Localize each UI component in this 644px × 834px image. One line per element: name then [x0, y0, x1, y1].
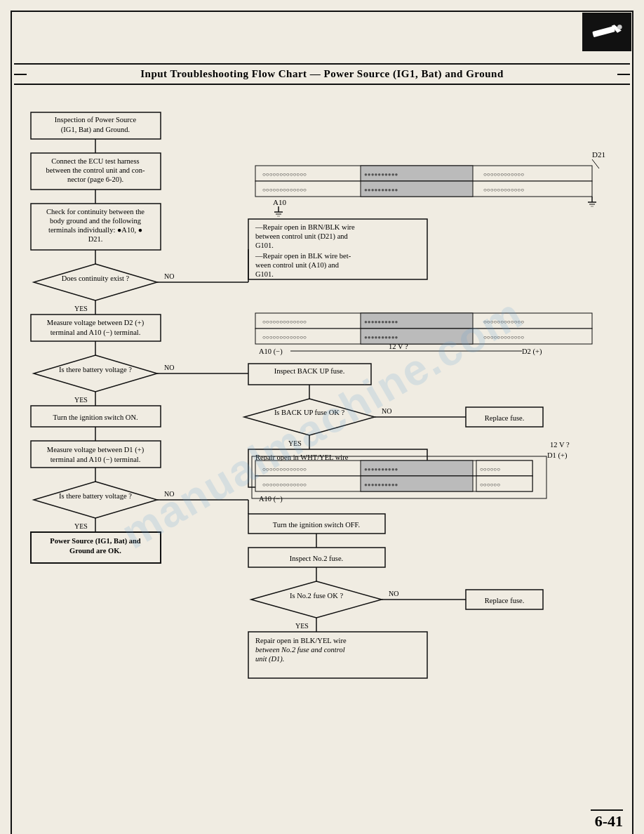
svg-text:Repair open in BLK/YEL wire: Repair open in BLK/YEL wire	[255, 637, 347, 644]
svg-text:(IG1, Bat) and Ground.: (IG1, Bat) and Ground.	[61, 126, 130, 134]
svg-text:YES: YES	[74, 522, 88, 530]
svg-marker-28	[34, 355, 157, 392]
svg-text:Replace fuse.: Replace fuse.	[485, 597, 525, 604]
svg-text:Measure voltage between D2 (+): Measure voltage between D2 (+)	[47, 319, 145, 327]
svg-text:body ground and the following: body ground and the following	[50, 217, 142, 225]
svg-text:○○○○○○○○○○○○: ○○○○○○○○○○○○	[483, 334, 524, 340]
svg-text:○○○○○○○○○○○○○: ○○○○○○○○○○○○○	[262, 187, 307, 193]
main-title: Input Troubleshooting Flow Chart — Power…	[14, 63, 630, 85]
svg-marker-18	[34, 264, 157, 300]
svg-text:NO: NO	[389, 590, 398, 597]
svg-text:●●●●●●●●●●: ●●●●●●●●●●	[364, 171, 398, 178]
svg-text:D21: D21	[592, 150, 605, 159]
svg-text:○○○○○○○○○○○○○: ○○○○○○○○○○○○○	[262, 319, 307, 325]
svg-text:between the control unit and c: between the control unit and con-	[46, 166, 145, 174]
svg-marker-133	[251, 581, 382, 618]
svg-text:○○○○○○○○○○○○: ○○○○○○○○○○○○	[483, 319, 524, 325]
svg-text:Ground are OK.: Ground are OK.	[69, 547, 121, 555]
svg-text:terminal and A10 (−) terminal.: terminal and A10 (−) terminal.	[51, 456, 141, 464]
svg-text:●●●●●●●●●●: ●●●●●●●●●●	[364, 319, 398, 325]
svg-text:Measure voltage between D1 (+): Measure voltage between D1 (+)	[47, 446, 145, 454]
svg-text:G101.: G101.	[255, 241, 274, 249]
svg-text:Replace fuse.: Replace fuse.	[485, 414, 525, 422]
connector-d1: ○○○○○○○○○○○○○ ●●●●●●●●●● ○○○○○○ ○○○○○○○○…	[255, 461, 532, 491]
svg-text:Is there battery voltage ?: Is there battery voltage ?	[59, 492, 132, 500]
svg-text:NO: NO	[164, 490, 174, 498]
svg-text:12 V ?: 12 V ?	[389, 343, 408, 350]
svg-text:Is BACK UP fuse OK ?: Is BACK UP fuse OK ?	[274, 409, 345, 416]
svg-marker-41	[34, 482, 157, 518]
page-number: 6-41	[591, 809, 623, 830]
svg-text:terminals individually: ●A10, : terminals individually: ●A10, ●	[48, 226, 142, 234]
svg-text:nector (page 6-20).: nector (page 6-20).	[67, 176, 123, 184]
svg-text:12 V ?: 12 V ?	[550, 441, 570, 449]
svg-text:A10 (−): A10 (−)	[259, 495, 283, 503]
svg-text:D21.: D21.	[88, 235, 103, 243]
svg-text:D2 (+): D2 (+)	[522, 348, 542, 356]
svg-text:○○○○○○○○○○○○○: ○○○○○○○○○○○○○	[262, 171, 307, 178]
svg-line-51	[592, 159, 599, 168]
svg-text:●●●●●●●●●●: ●●●●●●●●●●	[364, 482, 398, 488]
svg-text:YES: YES	[288, 439, 302, 447]
svg-text:unit (D1).: unit (D1).	[255, 655, 284, 663]
svg-text:●●●●●●●●●●: ●●●●●●●●●●	[364, 466, 398, 472]
svg-rect-37	[31, 441, 161, 468]
svg-text:NO: NO	[382, 407, 391, 415]
svg-text:Turn the ignition switch ON.: Turn the ignition switch ON.	[53, 413, 137, 421]
svg-text:ween control unit (A10) and: ween control unit (A10) and	[255, 261, 340, 270]
svg-marker-98	[244, 399, 375, 435]
svg-text:A10 (−): A10 (−)	[259, 348, 283, 356]
svg-text:NO: NO	[164, 272, 174, 280]
svg-rect-0	[592, 25, 615, 37]
svg-text:Is No.2 fuse OK ?: Is No.2 fuse OK ?	[290, 592, 343, 600]
svg-text:○○○○○○○○○○○○○: ○○○○○○○○○○○○○	[262, 482, 307, 488]
svg-text:●●●●●●●●●●: ●●●●●●●●●●	[364, 187, 398, 193]
connector-d21-top: ○○○○○○○○○○○○○ ○○○○○○○○○○○○ ●●●●●●●●●● ○○…	[255, 166, 592, 197]
svg-text:○○○○○○○○○○○○: ○○○○○○○○○○○○	[483, 187, 524, 193]
svg-text:A10: A10	[273, 198, 286, 206]
svg-text:Turn the ignition switch OFF.: Turn the ignition switch OFF.	[273, 521, 361, 529]
svg-text:YES: YES	[74, 305, 88, 312]
svg-text:○○○○○○: ○○○○○○	[480, 466, 500, 472]
svg-text:D1 (+): D1 (+)	[547, 451, 568, 460]
svg-text:Repair open in WHT/YEL wire: Repair open in WHT/YEL wire	[255, 454, 349, 461]
svg-text:○○○○○○○○○○○○: ○○○○○○○○○○○○	[483, 171, 524, 178]
svg-text:○○○○○○○○○○○○○: ○○○○○○○○○○○○○	[262, 466, 307, 472]
svg-text:between control unit (D21) and: between control unit (D21) and	[255, 232, 349, 241]
svg-text:terminal and A10 (−) terminal.: terminal and A10 (−) terminal.	[51, 329, 141, 337]
svg-text:○○○○○○○○○○○○○: ○○○○○○○○○○○○○	[262, 334, 307, 340]
chart-container: Inspection of Power Source (IG1, Bat) an…	[17, 95, 627, 832]
page: Input Troubleshooting Flow Chart — Power…	[0, 0, 644, 834]
svg-text:YES: YES	[295, 622, 309, 630]
svg-text:NO: NO	[164, 364, 174, 371]
svg-text:—Repair open in BRN/BLK wire: —Repair open in BRN/BLK wire	[255, 223, 355, 231]
svg-text:Connect the ECU test harness: Connect the ECU test harness	[51, 157, 139, 165]
svg-text:Inspection of Power Source: Inspection of Power Source	[55, 116, 137, 124]
svg-text:between No.2 fuse and control: between No.2 fuse and control	[255, 646, 345, 654]
svg-text:Check for continuity between t: Check for continuity between the	[46, 208, 145, 216]
svg-text:○○○○○○: ○○○○○○	[480, 482, 500, 488]
title-text: Input Troubleshooting Flow Chart — Power…	[140, 68, 504, 79]
top-right-icon	[582, 13, 631, 51]
svg-text:YES: YES	[74, 396, 88, 404]
svg-text:Does continuity exist ?: Does continuity exist ?	[62, 274, 130, 282]
svg-text:G101.: G101.	[255, 270, 274, 278]
svg-text:Power Source (IG1, Bat) and: Power Source (IG1, Bat) and	[50, 537, 141, 545]
svg-point-2	[617, 25, 622, 29]
svg-text:●●●●●●●●●●: ●●●●●●●●●●	[364, 334, 398, 340]
svg-text:Inspect No.2 fuse.: Inspect No.2 fuse.	[290, 555, 343, 562]
connector-d2-top: ○○○○○○○○○○○○○ ○○○○○○○○○○○○ ●●●●●●●●●● ○○…	[255, 313, 592, 344]
svg-text:Inspect BACK UP fuse.: Inspect BACK UP fuse.	[274, 367, 345, 375]
svg-text:Is there battery voltage ?: Is there battery voltage ?	[59, 366, 132, 373]
svg-text:—Repair open in BLK wire bet-: —Repair open in BLK wire bet-	[255, 252, 351, 260]
